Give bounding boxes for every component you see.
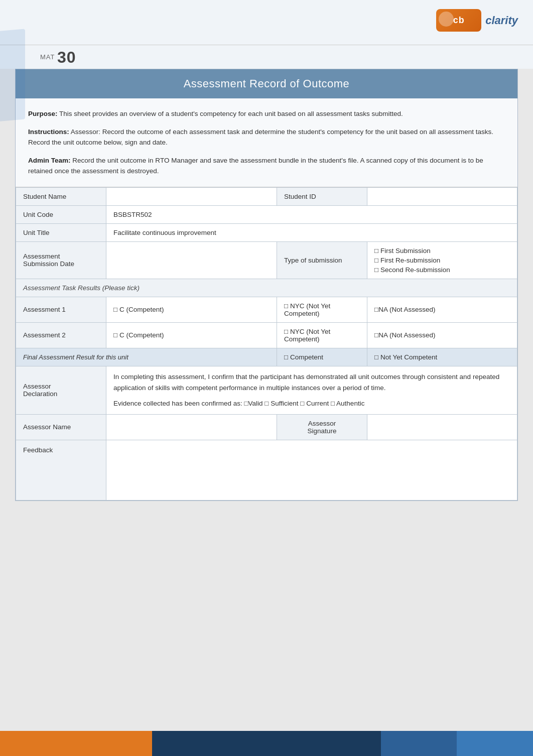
task-results-header: Assessment Task Results (Please tick) (16, 279, 517, 297)
purpose-paragraph: Purpose: This sheet provides an overview… (28, 108, 505, 119)
student-row: Student Name Student ID (16, 187, 517, 205)
logo-icon-text: cb (453, 15, 465, 26)
unit-title-label: Unit Title (16, 223, 106, 241)
assessor-declaration-row: Assessor Declaration In completing this … (16, 366, 517, 414)
final-competent[interactable]: □ Competent (277, 348, 367, 366)
logo-area: cb clarity (436, 9, 518, 32)
assessor-signature-label: Assessor Signature (277, 414, 367, 440)
student-name-label: Student Name (16, 187, 106, 205)
instructions-paragraph: Instructions: Assessor: Record the outco… (28, 127, 505, 148)
unit-code-label: Unit Code (16, 205, 106, 223)
submission-type-options: □ First Submission □ First Re-submission… (367, 241, 517, 279)
info-section: Purpose: This sheet provides an overview… (16, 98, 517, 187)
unit-title-row: Unit Title Facilitate continuous improve… (16, 223, 517, 241)
assessor-signature-value[interactable] (367, 414, 517, 440)
assessor-declaration-content: In completing this assessment, I confirm… (106, 366, 517, 414)
unit-code-value: BSBSTR502 (106, 205, 517, 223)
task-results-header-row: Assessment Task Results (Please tick) (16, 279, 517, 297)
admin-label: Admin Team: (28, 157, 71, 164)
unit-title-value: Facilitate continuous improvement (106, 223, 517, 241)
mat-label-area: MAT 30 (0, 45, 533, 69)
logo-name: clarity (485, 14, 518, 27)
instructions-label: Instructions: (28, 128, 69, 136)
footer-blue-light (457, 731, 533, 756)
footer-blue-dark (152, 731, 380, 756)
assessment1-na[interactable]: □NA (Not Assessed) (367, 297, 517, 322)
submission-row: Assessment Submission Date Type of submi… (16, 241, 517, 279)
assessor-name-value[interactable] (106, 414, 277, 440)
main-content: Assessment Record of Outcome Purpose: Th… (15, 69, 518, 501)
header: cb clarity (0, 0, 533, 45)
assessor-name-label: Assessor Name (16, 414, 106, 440)
student-name-value[interactable] (106, 187, 277, 205)
assessment2-competent[interactable]: □ C (Competent) (106, 322, 277, 348)
assessment1-label: Assessment 1 (16, 297, 106, 322)
final-result-label: Final Assessment Result for this unit (16, 348, 277, 366)
mat-text: MAT (40, 53, 55, 61)
feedback-label: Feedback (16, 440, 106, 500)
purpose-text: This sheet provides an overview of a stu… (59, 110, 403, 117)
assessment2-row: Assessment 2 □ C (Competent) □ NYC (Not … (16, 322, 517, 348)
submission-date-value[interactable] (106, 241, 277, 279)
first-submission-option[interactable]: □ First Submission (374, 247, 510, 255)
assessor-decl-text2: Evidence collected has been confirmed as… (113, 398, 510, 409)
student-id-value[interactable] (367, 187, 517, 205)
footer-blue-mid (381, 731, 457, 756)
logo-badge: cb (436, 9, 481, 32)
submission-date-label: Assessment Submission Date (16, 241, 106, 279)
student-id-label: Student ID (277, 187, 367, 205)
mat-number: 30 (57, 48, 76, 66)
page-title: Assessment Record of Outcome (16, 69, 517, 98)
assessment1-competent[interactable]: □ C (Competent) (106, 297, 277, 322)
assessment2-na[interactable]: □NA (Not Assessed) (367, 322, 517, 348)
feedback-row: Feedback (16, 440, 517, 500)
assessment1-row: Assessment 1 □ C (Competent) □ NYC (Not … (16, 297, 517, 322)
purpose-label: Purpose: (28, 110, 58, 117)
footer-orange (0, 731, 152, 756)
instructions-text: Assessor: Record the outcome of each ass… (28, 128, 493, 147)
final-nyc[interactable]: □ Not Yet Competent (367, 348, 517, 366)
assessor-name-row: Assessor Name Assessor Signature (16, 414, 517, 440)
unit-code-row: Unit Code BSBSTR502 (16, 205, 517, 223)
first-resubmission-option[interactable]: □ First Re-submission (374, 257, 510, 264)
footer (0, 731, 533, 756)
admin-paragraph: Admin Team: Record the unit outcome in R… (28, 155, 505, 177)
type-of-submission-label: Type of submission (277, 241, 367, 279)
assessor-decl-text1: In completing this assessment, I confirm… (113, 371, 510, 393)
assessment1-nyc[interactable]: □ NYC (Not Yet Competent) (277, 297, 367, 322)
admin-text: Record the unit outcome in RTO Manager a… (28, 157, 483, 175)
assessor-declaration-label: Assessor Declaration (16, 366, 106, 414)
feedback-value[interactable] (106, 440, 517, 500)
final-result-row: Final Assessment Result for this unit □ … (16, 348, 517, 366)
assessment2-label: Assessment 2 (16, 322, 106, 348)
second-resubmission-option[interactable]: □ Second Re-submission (374, 266, 510, 274)
form-table: Student Name Student ID Unit Code BSBSTR… (16, 187, 517, 500)
assessment2-nyc[interactable]: □ NYC (Not Yet Competent) (277, 322, 367, 348)
